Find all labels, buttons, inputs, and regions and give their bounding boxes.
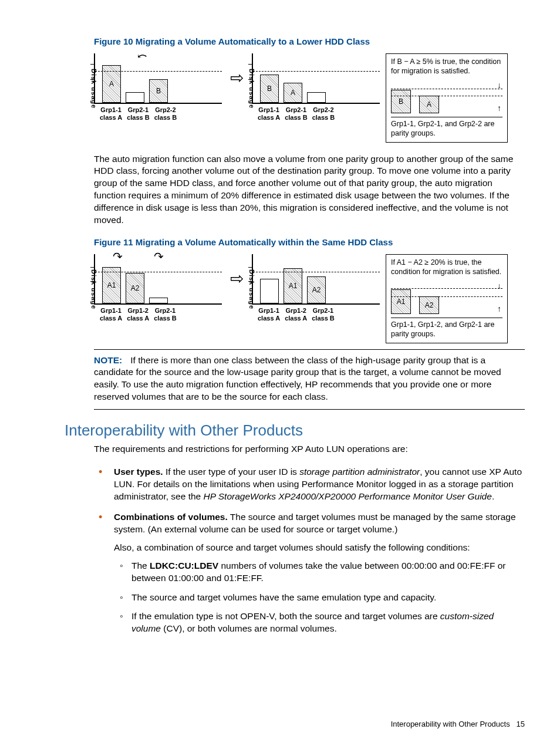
figure-10-caption: Figure 10 Migrating a Volume Automatical… bbox=[94, 36, 525, 46]
fig11-right: Disk usage A1 A2 Grp1-1class A Grp1-2cla… bbox=[252, 254, 380, 322]
figure-11: Disk usage ↷ ↷ A1 A2 Grp1-1class A Grp1-… bbox=[94, 254, 525, 343]
bar bbox=[126, 92, 144, 103]
figure-11-caption: Figure 11 Migrating a Volume Automatical… bbox=[94, 237, 525, 247]
figure-10: Disk usage ⤺ A B Grp1-1class A Grp2-1cla… bbox=[94, 53, 525, 143]
bullet-combinations: Combinations of volumes. The source and … bbox=[94, 511, 525, 635]
paragraph-auto-migration: The auto migration function can also mov… bbox=[94, 153, 525, 227]
arrow-up-icon: ↑ bbox=[497, 304, 501, 315]
bar: A1 bbox=[102, 267, 121, 303]
curve-arrow-icon: ↷ bbox=[113, 249, 123, 264]
fig11-sidebox: If A1 − A2 ≥ 20% is true, the condition … bbox=[386, 254, 508, 343]
bar: B bbox=[149, 79, 168, 103]
note-block: NOTE:If there is more than one class bet… bbox=[94, 349, 525, 410]
sub-bullet-list: The LDKC:CU:LDEV numbers of volumes take… bbox=[114, 560, 525, 636]
sub-bullet-emulation: The source and target volumes have the s… bbox=[114, 592, 525, 604]
bar bbox=[307, 92, 326, 103]
note-label: NOTE: bbox=[94, 355, 122, 365]
condition-text: If A1 − A2 ≥ 20% is true, the condition … bbox=[391, 258, 502, 276]
bar: B bbox=[260, 75, 279, 103]
bar: A2 bbox=[126, 273, 144, 303]
condition-text: If B − A ≥ 5% is true, the condition for… bbox=[391, 58, 502, 76]
bar bbox=[149, 298, 168, 303]
section-intro: The requirements and restrictions for pe… bbox=[94, 443, 525, 455]
bullet-list: User types. If the user type of your use… bbox=[94, 466, 525, 635]
section-heading: Interoperability with Other Products bbox=[65, 421, 525, 440]
fig10-sidebox: If B − A ≥ 5% is true, the condition for… bbox=[386, 53, 508, 143]
page-footer: Interoperability with Other Products 15 bbox=[391, 720, 525, 728]
bar: A bbox=[284, 83, 302, 103]
bar: A1 bbox=[284, 268, 302, 303]
curve-arrow-icon: ↷ bbox=[154, 249, 164, 264]
arrow-up-icon: ↑ bbox=[497, 103, 501, 114]
bar: A2 bbox=[307, 276, 326, 303]
bar: A bbox=[419, 96, 439, 113]
fig10-right: Disk usage B A Grp1-1class A Grp2-1class… bbox=[252, 53, 380, 121]
document-page: Figure 10 Migrating a Volume Automatical… bbox=[0, 0, 560, 746]
sub-bullet-ldkc: The LDKC:CU:LDEV numbers of volumes take… bbox=[114, 560, 525, 585]
bullet-sub-intro: Also, a combination of source and target… bbox=[114, 542, 525, 554]
fig10-left: Disk usage ⤺ A B Grp1-1class A Grp2-1cla… bbox=[94, 53, 222, 121]
bar bbox=[260, 279, 279, 303]
page-number: 15 bbox=[517, 720, 525, 728]
side-note: Grp1-1, Grp1-2, and Grp2-1 are parity gr… bbox=[391, 318, 502, 339]
arrow-down-icon: ↓ bbox=[497, 281, 501, 292]
bullet-user-types: User types. If the user type of your use… bbox=[94, 466, 525, 503]
note-text: If there is more than one class between … bbox=[94, 355, 501, 402]
footer-text: Interoperability with Other Products bbox=[391, 720, 510, 728]
side-note: Grp1-1, Grp2-1, and Grp2-2 are parity gr… bbox=[391, 117, 502, 138]
arrow-right-icon: ⇨ bbox=[228, 53, 246, 103]
bar: A1 bbox=[391, 289, 411, 314]
bar: B bbox=[391, 90, 411, 113]
bar: A2 bbox=[419, 296, 439, 314]
arrow-right-icon: ⇨ bbox=[228, 254, 246, 303]
sub-bullet-openv: If the emulation type is not OPEN-V, bot… bbox=[114, 610, 525, 635]
fig11-left: Disk usage ↷ ↷ A1 A2 Grp1-1class A Grp1-… bbox=[94, 254, 222, 322]
curve-arrow-icon: ⤺ bbox=[137, 49, 147, 63]
